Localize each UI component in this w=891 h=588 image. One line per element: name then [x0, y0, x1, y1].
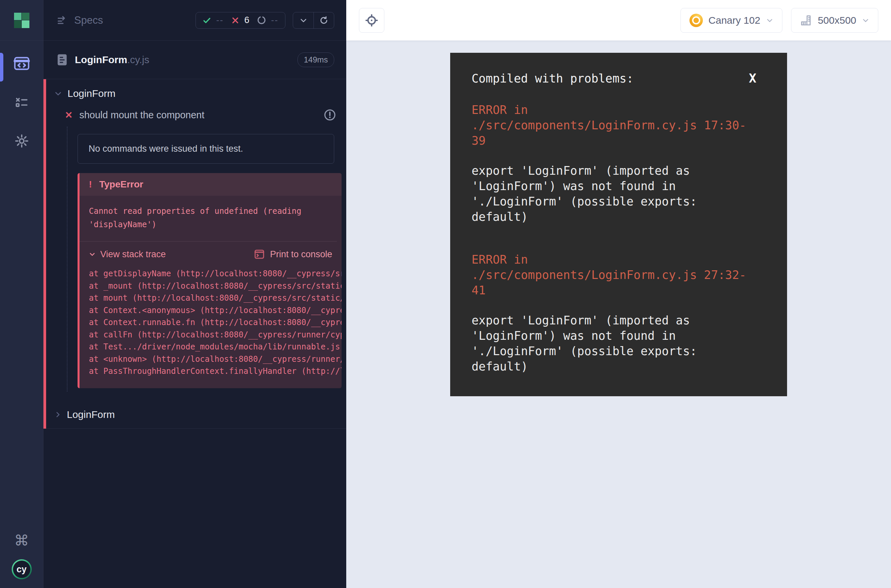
crosshair-icon [365, 14, 379, 27]
failed-suite-block: LoginForm ✕ should mount the component N… [44, 79, 346, 429]
stage-topbar-right: Canary 102 500x500 [681, 8, 878, 33]
nav-settings[interactable] [12, 131, 32, 151]
stack-trace-line[interactable]: at Context.runnable.fn (http://localhost… [89, 316, 341, 329]
compile-error-heading: ERROR in ./src/components/LoginForm.cy.j… [472, 102, 756, 148]
reporter-header: Specs -- 6 -- [44, 0, 346, 41]
chrome-canary-icon [690, 14, 703, 27]
stack-trace-line[interactable]: at <unknown> (http://localhost:8080/__cy… [89, 353, 341, 366]
cypress-cy-badge[interactable]: cy [12, 559, 32, 579]
alert-circle-icon[interactable] [323, 109, 336, 121]
rerun-tests-button[interactable] [314, 12, 334, 28]
test-fail-x-icon: ✕ [65, 110, 72, 121]
error-name: TypeError [99, 179, 143, 190]
overlay-titlebar: Compiled with problems: X [472, 71, 756, 86]
failed-test-row[interactable]: ✕ should mount the component [46, 104, 346, 127]
specs-menu-button[interactable]: Specs [57, 14, 103, 26]
view-stack-trace-toggle[interactable]: View stack trace [89, 249, 166, 260]
ruler-icon [800, 14, 812, 26]
compile-error-body: export 'LoginForm' (imported as 'LoginFo… [472, 313, 756, 374]
print-to-console-button[interactable]: Print to console [254, 249, 332, 260]
collapse-all-button[interactable] [293, 12, 314, 28]
stack-trace-list: at getDisplayName (http://localhost:8080… [80, 266, 341, 388]
stack-trace-line[interactable]: at Context.<anonymous> (http://localhost… [89, 304, 341, 317]
stage: Canary 102 500x500 [346, 0, 891, 588]
stack-trace-line[interactable]: at _mount (http://localhost:8080/__cypre… [89, 280, 341, 292]
specs-arrow-icon [57, 15, 68, 26]
error-controls: View stack trace Print to console [80, 242, 341, 266]
test-body: No commands were issued in this test. ! … [67, 127, 346, 392]
overlay-title: Compiled with problems: [472, 71, 634, 86]
nav-specs-runner[interactable] [12, 54, 32, 74]
terminal-icon [254, 249, 265, 260]
test-list-icon [14, 94, 29, 110]
webpack-error-overlay: Compiled with problems: X ERROR in ./src… [450, 53, 787, 396]
failed-count: 6 [244, 15, 249, 26]
stack-trace-line[interactable]: at getDisplayName (http://localhost:8080… [89, 268, 341, 280]
chevron-down-icon [766, 17, 773, 24]
viewport-label: 500x500 [818, 15, 856, 26]
chevron-down-icon [54, 90, 62, 98]
chevron-down-icon [299, 16, 308, 24]
browser-select-dropdown[interactable]: Canary 102 [681, 8, 782, 33]
pending-count: -- [271, 15, 278, 26]
chevron-down-icon [89, 251, 96, 258]
chevron-right-icon [54, 411, 62, 418]
suite-title: LoginForm [68, 88, 115, 99]
test-title: should mount the component [79, 110, 204, 121]
aut-viewport: Compiled with problems: X ERROR in ./src… [346, 41, 891, 588]
compile-error-heading: ERROR in ./src/components/LoginForm.cy.j… [472, 252, 756, 298]
spec-duration-badge: 149ms [298, 52, 334, 67]
browser-label: Canary 102 [709, 15, 760, 26]
running-arc-icon [257, 16, 266, 25]
error-header: ! TypeError [80, 173, 341, 196]
sidebar-nav [0, 41, 43, 151]
stack-trace-line[interactable]: at PassThroughHandlerContext.finallyHand… [89, 365, 341, 378]
close-icon[interactable]: X [749, 71, 756, 86]
reporter-header-buttons [293, 12, 334, 29]
suite-title: LoginForm [67, 409, 115, 420]
refresh-icon [319, 16, 329, 25]
stack-trace-line[interactable]: at Test.../driver/node_modules/mocha/lib… [89, 341, 341, 353]
viewport-size-dropdown[interactable]: 500x500 [791, 8, 878, 33]
keyboard-shortcuts-icon[interactable]: ⌘ [14, 533, 29, 548]
app-sidebar: ⌘ cy [0, 0, 44, 588]
error-message: Cannot read properties of undefined (rea… [80, 196, 337, 242]
nav-test-list[interactable] [12, 92, 32, 112]
x-icon [231, 16, 239, 24]
active-nav-indicator [0, 53, 3, 81]
stack-trace-line[interactable]: at callFn (http://localhost:8080/__cypre… [89, 329, 341, 341]
compile-error-body: export 'LoginForm' (imported as 'LoginFo… [472, 163, 756, 225]
chevron-down-icon [862, 17, 869, 24]
cypress-logo[interactable] [0, 0, 43, 41]
selector-playground-button[interactable] [359, 8, 384, 33]
compile-error-block: ERROR in ./src/components/LoginForm.cy.j… [472, 102, 756, 225]
document-icon [57, 54, 68, 66]
settings-gear-icon [14, 133, 29, 148]
passed-count: -- [216, 15, 224, 26]
stage-topbar: Canary 102 500x500 [346, 0, 891, 41]
suite-row-loginform-collapsed[interactable]: LoginForm [46, 402, 346, 429]
reporter-panel: Specs -- 6 -- [44, 0, 346, 588]
cypress-squares-icon [14, 13, 29, 28]
spec-file-name: LoginForm.cy.js [75, 54, 149, 66]
test-error-box: ! TypeError Cannot read properties of un… [78, 173, 341, 388]
check-icon [203, 16, 211, 25]
error-bang-icon: ! [89, 179, 92, 190]
sidebar-bottom: ⌘ cy [0, 533, 43, 588]
compile-error-block: ERROR in ./src/components/LoginForm.cy.j… [472, 252, 756, 374]
no-commands-message: No commands were issued in this test. [78, 134, 334, 164]
specs-title: Specs [74, 14, 103, 26]
test-stats[interactable]: -- 6 -- [195, 12, 285, 29]
code-window-icon [13, 55, 30, 72]
spec-file-row[interactable]: LoginForm.cy.js 149ms [44, 41, 346, 79]
stack-trace-line[interactable]: at mount (http://localhost:8080/__cypres… [89, 292, 341, 304]
suite-row-loginform[interactable]: LoginForm [46, 79, 346, 104]
